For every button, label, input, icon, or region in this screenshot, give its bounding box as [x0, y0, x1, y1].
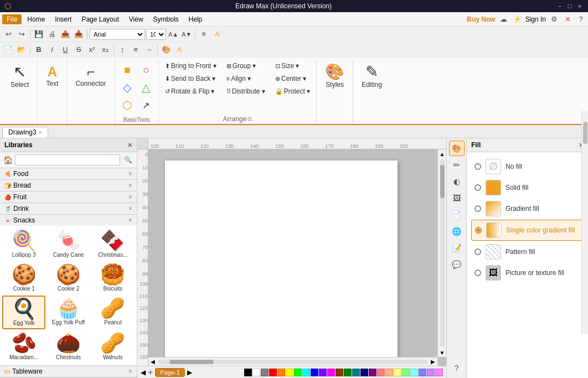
tab-drawing3[interactable]: Drawing3 ×: [2, 127, 48, 138]
canvas-viewport[interactable]: ◀ ▶ ▲ ▼: [148, 149, 446, 366]
settings-icon[interactable]: ⚙: [549, 14, 559, 24]
redo-button[interactable]: ↪: [16, 28, 28, 40]
arrange-expand-icon[interactable]: ⊡: [247, 116, 252, 122]
fill-option-texture[interactable]: 🖼 Picture or texture fill: [471, 263, 584, 283]
library-section-tableware-header[interactable]: 🍽Tableware ×: [0, 366, 137, 377]
library-section-drink-header[interactable]: 🥤Drink ×: [0, 203, 137, 214]
styles-button[interactable]: 🎨 Styles: [320, 60, 349, 93]
cloud-icon[interactable]: ☁: [499, 14, 509, 24]
undo-button[interactable]: ↩: [2, 28, 14, 40]
tab-close-icon[interactable]: ×: [39, 130, 42, 136]
cross-icon[interactable]: ✕: [563, 14, 572, 24]
color-swatch[interactable]: [377, 369, 385, 376]
bring-to-front-button[interactable]: ⬆ Bring to Front ▾: [162, 60, 219, 72]
scroll-thumb-v[interactable]: [440, 165, 445, 198]
scrollbar-horizontal[interactable]: ◀ ▶: [148, 357, 437, 366]
add-page-button[interactable]: +: [148, 367, 153, 377]
save-button[interactable]: 💾: [33, 28, 45, 40]
tableware-section-close-icon[interactable]: ×: [128, 367, 132, 375]
color-swatch[interactable]: [269, 369, 277, 376]
text-tool-button[interactable]: 📝: [449, 240, 465, 256]
scroll-down-button[interactable]: ▼: [438, 348, 447, 357]
shape-hex-button[interactable]: ⬡: [118, 97, 136, 113]
search-button[interactable]: 🔍: [122, 154, 133, 165]
library-section-snacks-header[interactable]: 🍬Snacks ×: [0, 215, 137, 226]
snack-item-candy-cane[interactable]: 🍬 Candy Cane: [47, 228, 90, 261]
canvas-paper[interactable]: [165, 160, 398, 366]
color-swatch[interactable]: [327, 369, 335, 376]
color-swatch[interactable]: [344, 369, 352, 376]
image-tool-button[interactable]: 🖼: [449, 190, 465, 206]
color-swatch[interactable]: [352, 369, 360, 376]
color-swatch[interactable]: [261, 369, 269, 376]
list-button[interactable]: ≡: [130, 44, 142, 56]
underline-button[interactable]: U: [59, 44, 71, 56]
snack-item-walnuts[interactable]: 🥜 Walnuts: [91, 330, 135, 363]
subscript-button[interactable]: x₂: [99, 44, 111, 56]
shape-diamond-button[interactable]: ◇: [118, 79, 136, 96]
protect-button[interactable]: 🔒 Protect ▾: [272, 85, 313, 97]
snack-item-egg-yolk-puff[interactable]: 🧁 Egg Yolk Puff: [47, 296, 90, 329]
line-height-button[interactable]: ↕: [116, 44, 128, 56]
fill-option-gradient[interactable]: Gradient fill: [471, 199, 584, 219]
sidebar-scrollbar[interactable]: [581, 138, 588, 334]
snack-item-peanut[interactable]: 🥜 Peanut: [91, 296, 135, 329]
distribute-button[interactable]: ⠿ Distribute ▾: [224, 85, 268, 97]
sign-in-button[interactable]: Sign In: [525, 15, 546, 23]
menu-view[interactable]: View: [125, 14, 148, 24]
search-input[interactable]: [15, 154, 120, 165]
shape-arrow-button[interactable]: ↗: [137, 97, 155, 113]
maximize-button[interactable]: □: [566, 2, 574, 10]
scroll-up-button[interactable]: ▲: [438, 149, 447, 158]
buy-now-button[interactable]: Buy Now: [467, 15, 495, 23]
color-swatch[interactable]: [319, 369, 327, 376]
color-swatch[interactable]: [394, 369, 401, 376]
import-button[interactable]: 📥: [73, 28, 85, 40]
group-button[interactable]: ⊞ Group ▾: [224, 60, 268, 72]
fill-tool-button[interactable]: 🎨: [449, 141, 465, 156]
strikethrough-button[interactable]: S: [73, 44, 85, 56]
color-swatch[interactable]: [419, 369, 426, 376]
color-swatch[interactable]: [369, 369, 376, 376]
fill-option-single-gradient[interactable]: Single color gradient fill: [471, 220, 584, 241]
snacks-section-close-icon[interactable]: ×: [128, 216, 132, 224]
snack-item-cookie-2[interactable]: 🍪 Cookie 2: [47, 262, 90, 294]
export-button[interactable]: 📤: [59, 28, 71, 40]
shape-circle-button[interactable]: ○: [137, 62, 155, 78]
scroll-left-button[interactable]: ◀: [148, 358, 157, 366]
color-swatch[interactable]: [427, 369, 435, 376]
scroll-thumb-h[interactable]: [169, 360, 214, 364]
chat-tool-button[interactable]: 💬: [449, 257, 465, 272]
snack-item-egg-yolk[interactable]: 🍳 Egg Yolk: [2, 296, 45, 329]
fill-color-button[interactable]: 🎨: [160, 44, 172, 56]
fill-option-solid[interactable]: Solid fill: [471, 178, 584, 198]
page-tab-1[interactable]: Page-1: [155, 368, 184, 377]
italic-button[interactable]: I: [46, 44, 58, 56]
library-section-bread-header[interactable]: 🍞Bread ×: [0, 180, 137, 191]
home-icon[interactable]: 🏠: [3, 156, 13, 164]
help-tool-button[interactable]: ?: [449, 360, 465, 376]
fill-option-none[interactable]: ∅ No fill: [471, 157, 584, 177]
snack-item-christmas...[interactable]: 🍫 Christmas...: [91, 228, 135, 261]
library-section-food-header[interactable]: 🍕Food ×: [0, 168, 137, 179]
font-size-select[interactable]: 10: [146, 29, 166, 40]
indent-button[interactable]: →: [143, 44, 155, 56]
scroll-right-button[interactable]: ▶: [429, 358, 437, 366]
snack-item-macadam...[interactable]: 🫘 Macadam...: [2, 330, 45, 363]
menu-page-layout[interactable]: Page Layout: [77, 14, 123, 24]
library-section-fruit-header[interactable]: 🍎Fruit ×: [0, 191, 137, 203]
fruit-section-close-icon[interactable]: ×: [128, 193, 132, 201]
new-button[interactable]: 📄: [2, 44, 14, 56]
editing-button[interactable]: ✎ Editing: [357, 60, 387, 93]
align-button[interactable]: ≡ Align ▾: [224, 73, 268, 85]
color-swatch[interactable]: [277, 369, 285, 376]
menu-help[interactable]: Help: [184, 14, 207, 24]
color-swatch[interactable]: [410, 369, 418, 376]
shape-rect-button[interactable]: ■: [118, 62, 136, 78]
drink-section-close-icon[interactable]: ×: [128, 205, 132, 213]
center-button[interactable]: ⊕ Center ▾: [272, 73, 313, 85]
menu-insert[interactable]: Insert: [50, 14, 76, 24]
color-swatch[interactable]: [302, 369, 310, 376]
color-swatch[interactable]: [294, 369, 302, 376]
text-highlight-button[interactable]: A: [173, 44, 185, 56]
